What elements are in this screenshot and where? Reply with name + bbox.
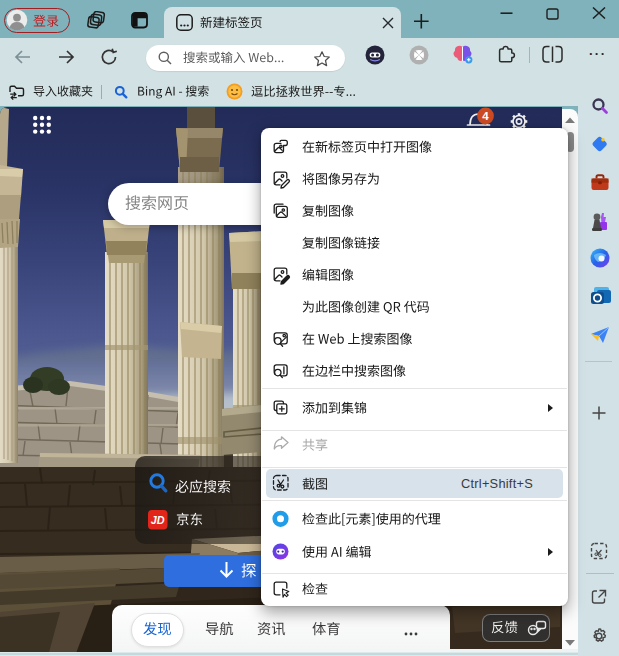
- svg-text:4: 4: [482, 110, 489, 122]
- svg-text:JD: JD: [150, 514, 164, 526]
